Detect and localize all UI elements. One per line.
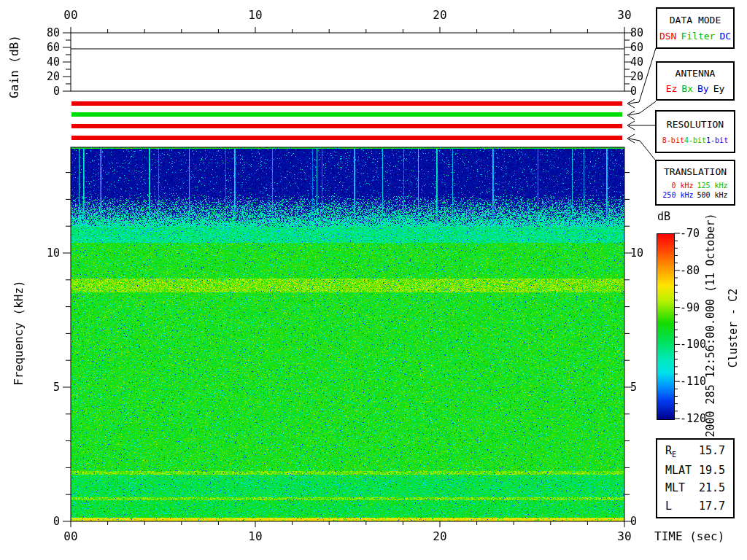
- time-xtick-label: 20: [425, 530, 454, 543]
- timestamp-label: 2000 285 12:56:00.000 (11 October): [704, 209, 717, 442]
- option-dc: DC: [719, 31, 731, 42]
- ephemeris-label: RE: [665, 444, 676, 459]
- panel-resolution-options: 8-bit4-bit1-bit: [662, 136, 728, 144]
- time-axis-label: TIME (sec): [654, 530, 724, 543]
- option-filter: Filter: [681, 31, 715, 42]
- colorbar-tick-label: -110: [680, 375, 706, 388]
- gain-ytick-label-right: 20: [630, 70, 643, 83]
- gain-ytick-label-left: 80: [31, 26, 60, 39]
- gain-xtick-label: 30: [610, 9, 639, 22]
- gain-xtick-label: 00: [56, 9, 85, 22]
- ephemeris-row: MLT21.5: [657, 481, 733, 494]
- panel-antenna: ANTENNA EzBxByEy: [656, 61, 735, 101]
- option-250-khz: 250 kHz: [662, 191, 693, 199]
- option-ey: Ey: [713, 83, 725, 94]
- antenna-bar: [71, 112, 622, 117]
- resolution-bar: [71, 124, 622, 128]
- panel-translation-options: 0 kHz125 kHz250 kHz500 kHz: [662, 182, 727, 199]
- gain-axis-label: Gain (dB): [7, 23, 21, 111]
- panel-translation-title: TRANSLATION: [664, 166, 727, 177]
- ephemeris-value: 17.7: [699, 499, 725, 513]
- ephemeris-label: L: [665, 499, 672, 513]
- option-dsn: DSN: [659, 31, 676, 42]
- ephemeris-label: MLAT: [665, 464, 692, 477]
- ephemeris-row: L17.7: [657, 499, 733, 513]
- ephemeris-row: MLAT19.5: [657, 464, 733, 477]
- wbd-spectrogram-display: Gain (dB) Frequency (kHz) 2000 285 12:56…: [0, 0, 747, 560]
- gain-xtick-label: 10: [241, 9, 270, 22]
- gain-xtick-label: 20: [425, 9, 454, 22]
- gain-ytick-label-right: 0: [630, 85, 637, 98]
- option-by: By: [697, 83, 709, 94]
- data-mode-bar: [71, 101, 622, 106]
- translation-bar: [71, 136, 622, 140]
- gain-ytick-label-left: 20: [31, 70, 60, 83]
- option-4-bit: 4-bit: [684, 136, 706, 144]
- time-xtick-label: 00: [56, 530, 85, 543]
- ephemeris-value: 19.5: [699, 464, 725, 477]
- gain-ytick-label-left: 0: [31, 85, 60, 98]
- panel-translation: TRANSLATION 0 kHz125 kHz250 kHz500 kHz: [655, 160, 735, 206]
- colorbar-tick-label: -70: [680, 227, 700, 240]
- frequency-axis-label: Frequency (kHz): [12, 275, 26, 392]
- colorbar-tick-label: -120: [680, 412, 706, 425]
- panel-data-mode: DATA MODE DSNFilterDC: [656, 7, 735, 49]
- gain-ytick-label-right: 40: [630, 55, 643, 69]
- option-125-khz: 125 kHz: [697, 182, 728, 190]
- freq-ytick-label-left: 5: [31, 381, 60, 394]
- colorbar: [657, 233, 675, 420]
- option-ez: Ez: [666, 83, 678, 94]
- gain-ytick-label-left: 60: [31, 41, 60, 54]
- panel-resolution-title: RESOLUTION: [667, 119, 724, 130]
- ephemeris-value: 21.5: [699, 481, 725, 494]
- freq-ytick-label-right: 0: [630, 515, 637, 528]
- colorbar-tick-label: -90: [680, 301, 700, 314]
- option-bx: Bx: [681, 83, 693, 94]
- spacecraft-label: Cluster - C2: [727, 284, 740, 372]
- gain-ytick-label-right: 60: [630, 41, 643, 54]
- option-0-khz: 0 kHz: [662, 182, 693, 190]
- ephemeris-label: MLT: [665, 481, 685, 494]
- panel-antenna-options: EzBxByEy: [664, 83, 727, 94]
- time-xtick-label: 10: [241, 530, 270, 543]
- option-8-bit: 8-bit: [662, 136, 684, 144]
- freq-ytick-label-left: 0: [31, 515, 60, 528]
- colorbar-title: dB: [657, 210, 670, 223]
- panel-resolution: RESOLUTION 8-bit4-bit1-bit: [655, 110, 735, 153]
- panel-data-mode-options: DSNFilterDC: [657, 31, 733, 42]
- freq-ytick-label-right: 10: [630, 246, 643, 260]
- freq-ytick-label-left: 10: [31, 246, 60, 260]
- gain-ytick-label-right: 80: [630, 26, 643, 39]
- colorbar-tick-label: -100: [680, 338, 706, 351]
- ephemeris-box: RE15.7MLAT19.5MLT21.5L17.7: [656, 438, 735, 518]
- ephemeris-row: RE15.7: [657, 444, 733, 459]
- time-xtick-label: 30: [610, 530, 639, 543]
- spectrogram-heatmap: [71, 147, 624, 521]
- freq-ytick-label-right: 5: [630, 381, 637, 394]
- panel-data-mode-title: DATA MODE: [670, 15, 721, 26]
- ephemeris-value: 15.7: [699, 444, 725, 459]
- option-500-khz: 500 kHz: [697, 191, 728, 199]
- option-1-bit: 1-bit: [706, 136, 728, 144]
- gain-ytick-label-left: 40: [31, 55, 60, 69]
- colorbar-tick-label: -80: [680, 264, 700, 277]
- panel-antenna-title: ANTENNA: [676, 68, 716, 79]
